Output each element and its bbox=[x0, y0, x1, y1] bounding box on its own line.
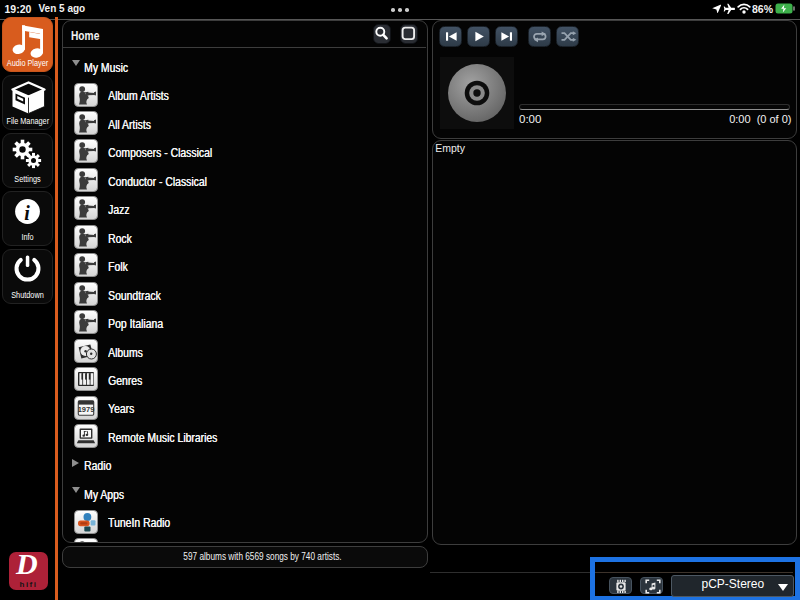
svg-text:1979: 1979 bbox=[78, 405, 95, 414]
svg-text:i: i bbox=[24, 202, 30, 224]
